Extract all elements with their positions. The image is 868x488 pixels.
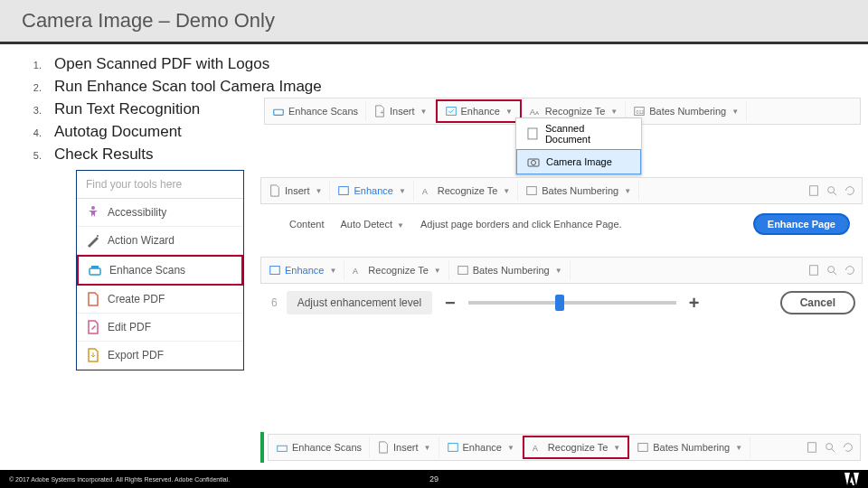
svg-rect-2 <box>90 268 100 275</box>
refresh-icon[interactable] <box>844 264 856 277</box>
tool-label: Create PDF <box>108 293 165 305</box>
edit-pdf-icon <box>86 320 100 334</box>
svg-rect-25 <box>448 444 458 452</box>
scanner-icon <box>88 263 102 277</box>
increase-button[interactable]: + <box>685 293 703 314</box>
insert-button[interactable]: Insert▼ <box>370 437 439 457</box>
adobe-logo-icon <box>844 473 859 485</box>
create-pdf-icon <box>86 292 100 306</box>
tool-create-pdf[interactable]: Create PDF <box>77 286 243 314</box>
page-icon[interactable] <box>806 441 818 454</box>
decrease-button[interactable]: − <box>441 293 459 314</box>
toolbar-strip-3: Enhance▼ ARecognize Te▼ Bates Numbering▼ <box>260 257 863 284</box>
svg-point-1 <box>97 235 99 237</box>
toolbar-extra-icons <box>802 264 862 277</box>
slider-thumb[interactable] <box>555 295 564 311</box>
bates-numbering-button[interactable]: Bates Numbering▼ <box>518 181 639 201</box>
popup-camera-image[interactable]: Camera Image <box>516 149 641 174</box>
accessibility-icon <box>86 205 100 220</box>
slider-label: Adjust enhancement level <box>287 291 432 314</box>
step-number: 2. <box>29 82 42 93</box>
copyright-text: © 2017 Adobe Systems Incorporated. All R… <box>9 476 230 483</box>
step-text: Check Results <box>54 145 154 164</box>
svg-point-29 <box>826 444 833 450</box>
refresh-icon[interactable] <box>844 184 856 197</box>
bates-numbering-button[interactable]: 012 Bates Numbering▼ <box>626 101 747 121</box>
search-icon[interactable] <box>826 264 838 277</box>
toolbar-extra-icons <box>800 441 860 454</box>
svg-rect-27 <box>638 444 648 452</box>
popup-scanned-document[interactable]: Scanned Document <box>516 118 641 149</box>
tool-action-wizard[interactable]: Action Wizard <box>77 227 243 255</box>
svg-rect-6 <box>446 108 456 116</box>
text-aa-icon: A <box>532 441 544 454</box>
bates-numbering-button[interactable]: Bates Numbering▼ <box>629 437 750 457</box>
insert-button[interactable]: Insert▼ <box>261 181 330 201</box>
bates-numbering-button[interactable]: Bates Numbering▼ <box>449 260 571 280</box>
svg-rect-28 <box>808 443 816 453</box>
toolbar-strip-4: Enhance Scans Insert▼ Enhance▼ ARecogniz… <box>268 434 861 461</box>
search-icon[interactable] <box>824 441 836 454</box>
enhance-button[interactable]: Enhance▼ <box>330 181 413 201</box>
svg-rect-22 <box>810 266 818 276</box>
svg-text:A: A <box>535 109 540 116</box>
chevron-down-icon: ▼ <box>420 108 428 116</box>
page-icon[interactable] <box>807 264 820 277</box>
svg-rect-21 <box>458 267 467 275</box>
search-icon[interactable] <box>826 184 838 197</box>
toolbar-extra-icons <box>802 184 862 197</box>
camera-icon <box>526 155 541 169</box>
tool-label: Accessibility <box>108 206 166 219</box>
tool-export-pdf[interactable]: Export PDF <box>77 342 243 370</box>
enhancement-slider[interactable] <box>468 301 676 305</box>
content-label: Content <box>289 219 325 230</box>
scanned-doc-icon <box>525 127 540 141</box>
svg-rect-24 <box>278 446 288 451</box>
tools-search-input[interactable]: Find your tools here <box>77 171 243 199</box>
svg-point-13 <box>532 161 536 165</box>
tools-panel: Find your tools here Accessibility Actio… <box>76 170 244 371</box>
enhance-button[interactable]: Enhance▼ <box>436 99 522 123</box>
step-text: Autotag Document <box>54 123 182 141</box>
enhance-dropdown-popup: Scanned Document Camera Image <box>515 117 642 175</box>
svg-text:012: 012 <box>637 109 645 115</box>
enhance-icon <box>445 105 458 117</box>
tool-enhance-scans[interactable]: Enhance Scans <box>77 255 243 286</box>
chevron-down-icon: ▼ <box>505 108 513 116</box>
export-pdf-icon <box>86 348 100 362</box>
refresh-icon[interactable] <box>842 441 854 454</box>
svg-text:+: + <box>380 108 384 117</box>
recognize-text-button[interactable]: ARecognize Te▼ <box>523 436 629 459</box>
bates-icon: 012 <box>633 105 646 117</box>
enhance-scans-label: Enhance Scans <box>269 437 370 457</box>
step-number: 5. <box>29 150 42 161</box>
scanner-icon <box>276 441 288 454</box>
svg-rect-16 <box>527 187 537 195</box>
svg-rect-4 <box>274 109 284 115</box>
recognize-text-button[interactable]: ARecognize Te▼ <box>414 181 518 201</box>
page-icon[interactable] <box>807 184 820 197</box>
recognize-text-button[interactable]: ARecognize Te▼ <box>344 260 448 280</box>
svg-rect-19 <box>270 267 280 275</box>
svg-rect-17 <box>810 186 818 196</box>
tool-accessibility[interactable]: Accessibility <box>77 199 243 227</box>
enhance-options-row: Content Auto Detect ▼ Adjust page border… <box>289 213 850 235</box>
chevron-down-icon: ▼ <box>397 221 404 230</box>
enhance-button[interactable]: Enhance▼ <box>261 260 344 280</box>
tool-edit-pdf[interactable]: Edit PDF <box>77 314 243 342</box>
svg-rect-3 <box>91 266 99 268</box>
enhance-icon <box>269 264 281 277</box>
svg-text:A: A <box>530 108 535 117</box>
enhance-scans-label: Enhance Scans <box>265 101 366 121</box>
tool-label: Action Wizard <box>108 234 175 247</box>
title-bar: Camera Image – Demo Only <box>0 0 868 44</box>
bates-icon <box>525 184 538 197</box>
step-text: Run Enhance Scan tool Camera Image <box>54 78 322 96</box>
enhance-button[interactable]: Enhance▼ <box>439 437 523 457</box>
toolbar-strip-2: Insert▼ Enhance▼ ARecognize Te▼ Bates Nu… <box>260 177 863 204</box>
insert-button[interactable]: + Insert▼ <box>366 101 435 121</box>
text-aa-icon: A <box>352 264 364 277</box>
content-value-dropdown[interactable]: Auto Detect ▼ <box>341 219 404 230</box>
cancel-button[interactable]: Cancel <box>780 291 855 314</box>
enhance-page-button[interactable]: Enhance Page <box>753 213 850 235</box>
